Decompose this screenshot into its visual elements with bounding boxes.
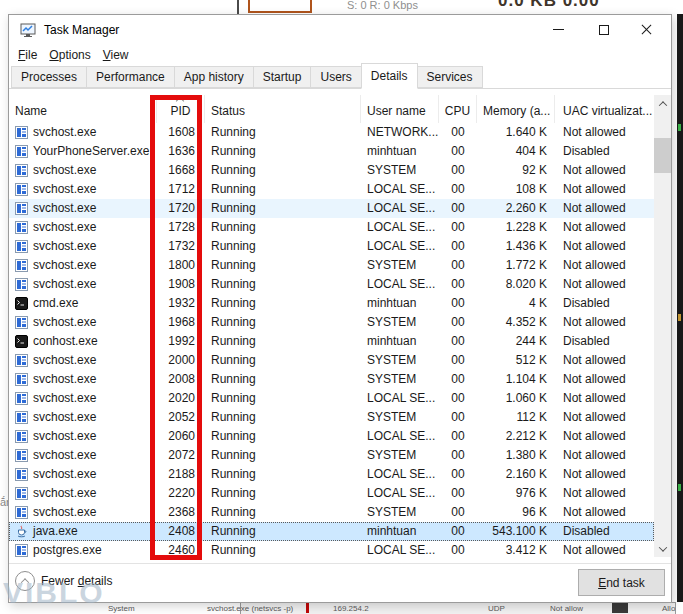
table-row[interactable]: svchost.exe 1668 Running SYSTEM 00 92 K … bbox=[9, 161, 654, 180]
tab-app-history[interactable]: App history bbox=[174, 66, 254, 88]
minimize-button[interactable] bbox=[536, 15, 581, 44]
table-row[interactable]: svchost.exe 2060 Running LOCAL SE... 00 … bbox=[9, 427, 654, 446]
tab-processes[interactable]: Processes bbox=[11, 66, 87, 88]
end-task-button[interactable]: End task bbox=[578, 569, 665, 596]
table-row[interactable]: conhost.exe 1992 Running minhtuan 00 244… bbox=[9, 332, 654, 351]
process-cpu: 00 bbox=[439, 541, 477, 557]
process-name: svchost.exe bbox=[33, 161, 96, 180]
table-row[interactable]: svchost.exe 1908 Running LOCAL SE... 00 … bbox=[9, 275, 654, 294]
process-uac: Disabled bbox=[555, 142, 654, 161]
column-header-uac[interactable]: UAC virtualizat... bbox=[555, 95, 654, 123]
process-user: minhtuan bbox=[361, 294, 439, 313]
process-cpu: 00 bbox=[439, 218, 477, 237]
column-header-user-name[interactable]: User name bbox=[361, 95, 439, 123]
tab-startup[interactable]: Startup bbox=[253, 66, 312, 88]
process-pid: 2460 bbox=[157, 541, 205, 557]
table-row[interactable]: YourPhoneServer.exe 1636 Running minhtua… bbox=[9, 142, 654, 161]
process-user: LOCAL SE... bbox=[361, 199, 439, 218]
maximize-button[interactable] bbox=[581, 15, 626, 44]
process-icon bbox=[15, 411, 28, 424]
table-row[interactable]: svchost.exe 2000 Running SYSTEM 00 512 K… bbox=[9, 351, 654, 370]
background-red-mark bbox=[306, 603, 309, 613]
process-memory: 4 K bbox=[477, 294, 555, 313]
column-header-name[interactable]: Name bbox=[9, 95, 157, 123]
background-fragment: Not allow bbox=[550, 604, 583, 613]
process-uac: Not allowed bbox=[555, 218, 654, 237]
title-bar[interactable]: Task Manager bbox=[9, 15, 671, 45]
column-header-pid[interactable]: PID bbox=[157, 95, 205, 123]
maximize-icon bbox=[599, 25, 609, 35]
table-row[interactable]: svchost.exe 1712 Running LOCAL SE... 00 … bbox=[9, 180, 654, 199]
column-header-cpu[interactable]: CPU bbox=[439, 95, 477, 123]
table-row[interactable]: svchost.exe 1800 Running SYSTEM 00 1.772… bbox=[9, 256, 654, 275]
window-title: Task Manager bbox=[44, 23, 119, 37]
process-user: LOCAL SE... bbox=[361, 465, 439, 484]
process-cpu: 00 bbox=[439, 351, 477, 370]
process-memory: 96 K bbox=[477, 503, 555, 522]
table-row[interactable]: svchost.exe 2052 Running SYSTEM 00 112 K… bbox=[9, 408, 654, 427]
tab-services[interactable]: Services bbox=[417, 66, 483, 88]
process-icon bbox=[15, 278, 28, 291]
tab-performance[interactable]: Performance bbox=[86, 66, 175, 88]
process-uac: Not allowed bbox=[555, 446, 654, 465]
process-cpu: 00 bbox=[439, 256, 477, 275]
table-row[interactable]: cmd.exe 1932 Running minhtuan 00 4 K Dis… bbox=[9, 294, 654, 313]
process-cpu: 00 bbox=[439, 465, 477, 484]
process-user: SYSTEM bbox=[361, 370, 439, 389]
process-name: svchost.exe bbox=[33, 351, 96, 370]
menu-view[interactable]: View bbox=[103, 45, 129, 65]
process-cpu: 00 bbox=[439, 142, 477, 161]
scroll-down-button[interactable] bbox=[654, 540, 671, 557]
vertical-scrollbar[interactable] bbox=[654, 95, 671, 557]
table-row[interactable]: svchost.exe 1608 Running NETWORK... 00 1… bbox=[9, 123, 654, 142]
process-pid: 2000 bbox=[157, 351, 205, 370]
table-row[interactable]: svchost.exe 1732 Running LOCAL SE... 00 … bbox=[9, 237, 654, 256]
scroll-up-button[interactable] bbox=[654, 95, 671, 112]
process-pid: 1800 bbox=[157, 256, 205, 275]
background-green-dash bbox=[678, 484, 681, 491]
screen: S: 0 R: 0 Kbps 0.0 KB 0.00 ắn System svc… bbox=[0, 0, 683, 614]
table-row[interactable]: svchost.exe 2072 Running SYSTEM 00 1.380… bbox=[9, 446, 654, 465]
table-row[interactable]: svchost.exe 2020 Running LOCAL SE... 00 … bbox=[9, 389, 654, 408]
process-memory: 3.412 K bbox=[477, 541, 555, 557]
close-button[interactable] bbox=[624, 15, 669, 44]
background-green-dash bbox=[678, 124, 681, 131]
process-icon bbox=[15, 392, 28, 405]
tab-users[interactable]: Users bbox=[310, 66, 361, 88]
menu-file[interactable]: File bbox=[18, 45, 37, 65]
column-header-memory[interactable]: Memory (a... bbox=[477, 95, 555, 123]
process-name: svchost.exe bbox=[33, 503, 96, 522]
table-row[interactable]: svchost.exe 2220 Running LOCAL SE... 00 … bbox=[9, 484, 654, 503]
process-name: svchost.exe bbox=[33, 237, 96, 256]
process-uac: Disabled bbox=[555, 294, 654, 313]
process-name: conhost.exe bbox=[33, 332, 98, 351]
process-icon bbox=[15, 221, 28, 234]
column-header-status[interactable]: Status bbox=[205, 95, 361, 123]
process-user: minhtuan bbox=[361, 332, 439, 351]
process-name: YourPhoneServer.exe bbox=[33, 142, 149, 161]
process-name: svchost.exe bbox=[33, 123, 96, 142]
process-uac: Not allowed bbox=[555, 123, 654, 142]
table-row[interactable]: svchost.exe 2188 Running LOCAL SE... 00 … bbox=[9, 465, 654, 484]
process-user: SYSTEM bbox=[361, 503, 439, 522]
tab-details[interactable]: Details bbox=[361, 63, 418, 89]
process-icon bbox=[15, 487, 28, 500]
table-row[interactable]: svchost.exe 1968 Running SYSTEM 00 4.352… bbox=[9, 313, 654, 332]
process-status: Running bbox=[205, 446, 361, 465]
table-row[interactable]: svchost.exe 1720 Running LOCAL SE... 00 … bbox=[9, 199, 654, 218]
process-user: SYSTEM bbox=[361, 351, 439, 370]
minimize-icon bbox=[553, 29, 564, 30]
table-row[interactable]: postgres.exe 2460 Running LOCAL SE... 00… bbox=[9, 541, 654, 557]
background-top-strip: S: 0 R: 0 Kbps 0.0 KB 0.00 bbox=[0, 0, 683, 14]
menu-options[interactable]: Options bbox=[49, 45, 90, 65]
process-memory: 1.380 K bbox=[477, 446, 555, 465]
process-user: LOCAL SE... bbox=[361, 541, 439, 557]
process-status: Running bbox=[205, 351, 361, 370]
table-row[interactable]: svchost.exe 2008 Running SYSTEM 00 1.104… bbox=[9, 370, 654, 389]
table-row[interactable]: svchost.exe 2368 Running SYSTEM 00 96 K … bbox=[9, 503, 654, 522]
table-row[interactable]: java.exe 2408 Running minhtuan 00 543.10… bbox=[9, 522, 654, 541]
process-cpu: 00 bbox=[439, 446, 477, 465]
table-row[interactable]: svchost.exe 1728 Running LOCAL SE... 00 … bbox=[9, 218, 654, 237]
background-fragment: 169.254.2 bbox=[333, 604, 369, 613]
scrollbar-thumb[interactable] bbox=[654, 138, 671, 173]
